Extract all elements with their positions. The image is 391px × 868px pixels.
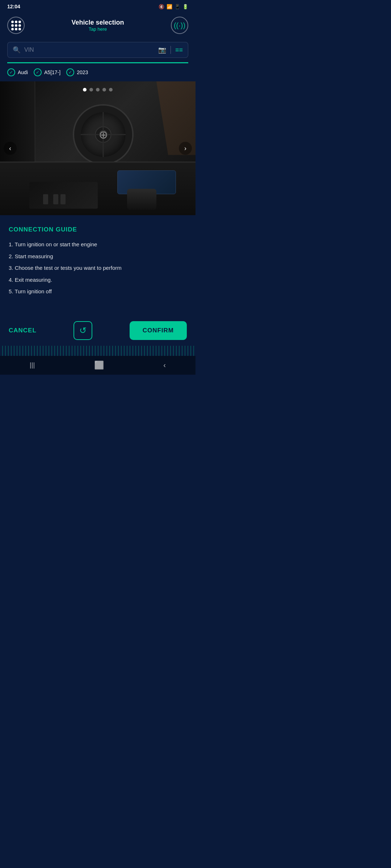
wifi-button[interactable]: ((·)) bbox=[171, 17, 188, 34]
cancel-button[interactable]: CANCEL bbox=[9, 323, 37, 338]
reload-button[interactable]: ↺ bbox=[73, 321, 92, 340]
dot-3[interactable] bbox=[96, 88, 100, 92]
car-interior-image bbox=[0, 81, 196, 215]
dot-2[interactable] bbox=[89, 88, 93, 92]
dot-5[interactable] bbox=[109, 88, 113, 92]
steering-wheel-image bbox=[74, 106, 132, 163]
carousel-dots bbox=[83, 88, 113, 92]
dot-separator bbox=[0, 346, 196, 356]
status-time: 12:04 bbox=[7, 4, 20, 9]
menu-button[interactable] bbox=[7, 17, 25, 34]
home-icon: ⬜ bbox=[94, 361, 104, 370]
recent-apps-icon: ||| bbox=[30, 361, 35, 369]
breadcrumb-make[interactable]: ✓ Audi bbox=[7, 68, 28, 76]
dot-4[interactable] bbox=[102, 88, 106, 92]
camera-icon[interactable]: 📷 bbox=[158, 46, 166, 54]
guide-steps-list: 1. Turn ignition on or start the engine … bbox=[9, 241, 187, 296]
check-icon-make: ✓ bbox=[7, 68, 15, 76]
header-title-block: Vehicle selection Tap here bbox=[71, 19, 124, 32]
battery-icon: 🔋 bbox=[182, 4, 188, 9]
wifi-icon: 📶 bbox=[167, 4, 172, 9]
action-row: CANCEL ↺ CONFIRM bbox=[0, 314, 196, 346]
mute-icon: 🔇 bbox=[159, 4, 164, 9]
signal-icon: 📱 bbox=[175, 4, 180, 9]
system-nav-bar: ||| ⬜ ‹ bbox=[0, 356, 196, 375]
recent-apps-button[interactable]: ||| bbox=[30, 361, 35, 369]
header-subtitle[interactable]: Tap here bbox=[71, 26, 124, 32]
search-icon: 🔍 bbox=[13, 46, 21, 54]
home-button[interactable]: ⬜ bbox=[94, 361, 104, 370]
carousel-prev-button[interactable]: ‹ bbox=[4, 142, 17, 155]
search-tools: 📷 ≡≡ bbox=[158, 46, 183, 54]
guide-step-1: 1. Turn ignition on or start the engine bbox=[9, 241, 187, 249]
check-icon-year: ✓ bbox=[66, 68, 74, 76]
guide-step-4: 4. Exit measuring. bbox=[9, 276, 187, 284]
status-icons: 🔇 📶 📱 🔋 bbox=[159, 4, 188, 9]
search-section: 🔍 VIN 📷 ≡≡ bbox=[0, 38, 196, 62]
divider bbox=[171, 46, 171, 54]
radio-icon: ((·)) bbox=[174, 21, 185, 30]
car-image-carousel: ‹ › bbox=[0, 81, 196, 215]
connection-guide-section: CONNECTION GUIDE 1. Turn ignition on or … bbox=[0, 215, 196, 307]
guide-step-3: 3. Choose the test or tests you want to … bbox=[9, 264, 187, 272]
status-bar: 12:04 🔇 📶 📱 🔋 bbox=[0, 0, 196, 13]
confirm-button[interactable]: CONFIRM bbox=[130, 321, 187, 340]
carousel-next-button[interactable]: › bbox=[179, 142, 192, 155]
dot-1[interactable] bbox=[83, 88, 87, 92]
reload-icon: ↺ bbox=[79, 326, 87, 336]
guide-step-2: 2. Start measuring bbox=[9, 252, 187, 261]
page-title: Vehicle selection bbox=[71, 19, 124, 26]
grid-icon bbox=[11, 21, 21, 30]
guide-step-5: 5. Turn ignition off bbox=[9, 288, 187, 296]
check-icon-model: ✓ bbox=[34, 68, 42, 76]
back-icon: ‹ bbox=[163, 361, 166, 369]
back-button[interactable]: ‹ bbox=[163, 361, 166, 369]
connection-guide-title: CONNECTION GUIDE bbox=[9, 226, 187, 233]
breadcrumb-model[interactable]: ✓ A5[17-] bbox=[34, 68, 60, 76]
search-bar[interactable]: 🔍 VIN 📷 ≡≡ bbox=[7, 42, 188, 58]
breadcrumbs: ✓ Audi ✓ A5[17-] ✓ 2023 bbox=[0, 63, 196, 81]
app-header: Vehicle selection Tap here ((·)) bbox=[0, 13, 196, 38]
barcode-icon[interactable]: ≡≡ bbox=[175, 46, 183, 54]
breadcrumb-year[interactable]: ✓ 2023 bbox=[66, 68, 88, 76]
vin-input[interactable]: VIN bbox=[24, 47, 155, 53]
